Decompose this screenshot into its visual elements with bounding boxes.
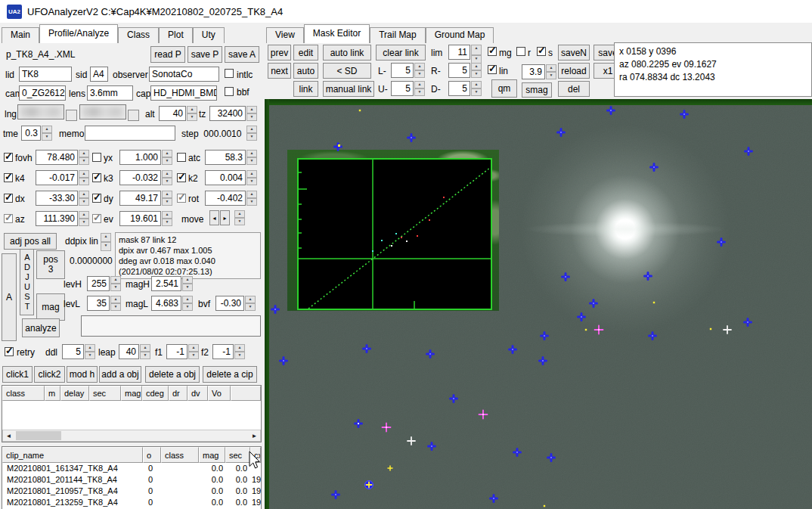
bvf-spinner[interactable]: ▲▼	[245, 296, 256, 311]
clip-col-sec[interactable]: sec	[225, 447, 250, 463]
dx-spinner[interactable]: ▲▼	[79, 191, 89, 206]
class-col-dr[interactable]: dr	[169, 386, 188, 401]
memo-field[interactable]	[85, 126, 175, 141]
magh-field[interactable]: 2.541	[151, 276, 181, 291]
scroll-thumb[interactable]	[16, 431, 61, 440]
lng-adjust-button-1[interactable]	[66, 110, 77, 121]
az-field[interactable]: 111.390	[36, 211, 78, 226]
sid-field[interactable]: A4	[90, 67, 108, 82]
saven-button[interactable]: saveN	[558, 45, 590, 61]
clip-table-row[interactable]: M20210801_201144_TK8_A400.00.019	[2, 474, 261, 486]
class-col-mag[interactable]: mag	[121, 386, 142, 401]
levh-spinner[interactable]: ▲▼	[110, 276, 121, 291]
click2-button[interactable]: click2	[34, 366, 65, 383]
tme-field[interactable]: 0.3	[21, 126, 41, 141]
clip-table-row[interactable]: M20210801_213259_TK8_A400.00.019	[2, 497, 261, 508]
ev-spinner[interactable]: ▲▼	[162, 211, 172, 226]
leap-field[interactable]: 40	[119, 344, 139, 359]
k3-spinner[interactable]: ▲▼	[162, 170, 172, 185]
yx-spinner[interactable]: ▲▼	[162, 150, 172, 165]
levl-spinner[interactable]: ▲▼	[110, 296, 121, 311]
lim-spinner[interactable]: ▲▼	[471, 45, 482, 65]
manual-link-button[interactable]: manual link	[323, 81, 374, 97]
k2-field[interactable]: 0.004	[205, 170, 246, 185]
edit-button[interactable]: edit	[293, 45, 318, 61]
dy-spinner[interactable]: ▲▼	[162, 191, 172, 206]
lng-adjust-button-2[interactable]	[128, 110, 139, 121]
l-minus-field[interactable]: 5	[391, 63, 414, 78]
mod-h-button[interactable]: mod h	[67, 366, 98, 383]
yx-field[interactable]: 1.000	[119, 150, 161, 165]
r-minus-field[interactable]: 5	[448, 63, 470, 78]
rot-checkbox[interactable]	[177, 194, 186, 203]
tab-trail-map[interactable]: Trail Map	[370, 27, 426, 43]
class-col-delay[interactable]: delay	[60, 386, 89, 401]
f2-field[interactable]: -1	[212, 344, 234, 359]
lim-field[interactable]: 11	[448, 45, 470, 60]
k3-checkbox[interactable]	[92, 173, 101, 182]
r-checkbox[interactable]	[516, 47, 525, 56]
class-col-vo[interactable]: Vo	[208, 386, 231, 401]
mag-button[interactable]: mag	[36, 293, 65, 321]
bvf-field[interactable]: -0.30	[215, 296, 244, 311]
atc-checkbox[interactable]	[177, 153, 186, 162]
tab-main[interactable]: Main	[2, 27, 39, 43]
lid-field[interactable]: TK8	[19, 67, 72, 82]
az-spinner[interactable]: ▲▼	[79, 211, 89, 226]
class-table-hscrollbar[interactable]: ◄ ►	[2, 430, 261, 442]
class-table-body[interactable]	[2, 401, 261, 430]
scroll-left-icon[interactable]: ◄	[3, 430, 14, 441]
smag-lim-field[interactable]: 3.9	[522, 64, 545, 79]
yx-checkbox[interactable]	[92, 153, 101, 162]
cap-field[interactable]: HD_HDMI_BMD	[150, 85, 217, 101]
dx-checkbox[interactable]	[4, 194, 13, 203]
smag-button[interactable]: smag	[522, 82, 552, 98]
rot-field[interactable]: -0.402	[205, 191, 246, 206]
f1-field[interactable]: -1	[166, 344, 188, 359]
save-a-button[interactable]: save A	[225, 46, 259, 63]
prev-button[interactable]: prev	[268, 45, 291, 61]
class-col-sec[interactable]: sec	[89, 386, 121, 401]
pos-3-button[interactable]: pos3	[36, 250, 65, 279]
tab-plot[interactable]: Plot	[159, 27, 193, 43]
move-spinner[interactable]: ▲▼	[234, 210, 245, 225]
a-button[interactable]: A	[2, 253, 17, 341]
reload-button[interactable]: reload	[558, 63, 590, 79]
k4-field[interactable]: -0.017	[36, 170, 78, 185]
link-button[interactable]: link	[293, 81, 318, 97]
sky-viewer[interactable]	[265, 99, 812, 509]
clip-col-mag[interactable]: mag	[199, 447, 225, 463]
dx-field[interactable]: -33.30	[36, 191, 78, 206]
adj-pos-all-button[interactable]: adj pos all	[4, 233, 57, 250]
k2-spinner[interactable]: ▲▼	[246, 170, 257, 185]
rot-spinner[interactable]: ▲▼	[246, 191, 257, 206]
cam-field[interactable]: 0_ZG2612C	[19, 85, 66, 101]
levl-field[interactable]: 35	[87, 296, 110, 311]
u-minus-field[interactable]: 5	[391, 81, 414, 96]
clear-link-button[interactable]: clear link	[376, 45, 426, 61]
magh-spinner[interactable]: ▲▼	[182, 276, 193, 291]
tab-view[interactable]: View	[266, 27, 304, 43]
magl-spinner[interactable]: ▲▼	[182, 296, 193, 311]
mg-checkbox[interactable]	[488, 47, 497, 56]
scroll-right-icon[interactable]: ►	[249, 430, 260, 441]
smag-lim-spinner[interactable]: ▲▼	[546, 64, 556, 79]
d-minus-spinner[interactable]: ▲▼	[471, 81, 482, 96]
clip-table-row[interactable]: M20210801_210957_TK8_A400.00.019	[2, 486, 261, 497]
fovh-checkbox[interactable]	[4, 153, 13, 162]
add-a-obj-button[interactable]: add a obj	[99, 366, 141, 383]
lin-checkbox[interactable]	[488, 65, 497, 74]
tab-profile-analyze[interactable]: Profile/Analyze	[39, 24, 118, 43]
k3-field[interactable]: -0.032	[119, 170, 161, 185]
k4-spinner[interactable]: ▲▼	[79, 170, 89, 185]
s-checkbox[interactable]	[537, 47, 546, 56]
tab-class[interactable]: Class	[118, 27, 159, 43]
d-minus-field[interactable]: 5	[448, 81, 470, 96]
qm-button[interactable]: qm	[491, 79, 517, 98]
dy-field[interactable]: 49.17	[119, 191, 161, 206]
magl-field[interactable]: 4.683	[151, 296, 181, 311]
next-button[interactable]: next	[268, 63, 291, 79]
clip-col-class[interactable]: class	[161, 447, 199, 463]
class-col-m[interactable]: m	[45, 386, 60, 401]
class-col-class[interactable]: class	[2, 386, 45, 401]
